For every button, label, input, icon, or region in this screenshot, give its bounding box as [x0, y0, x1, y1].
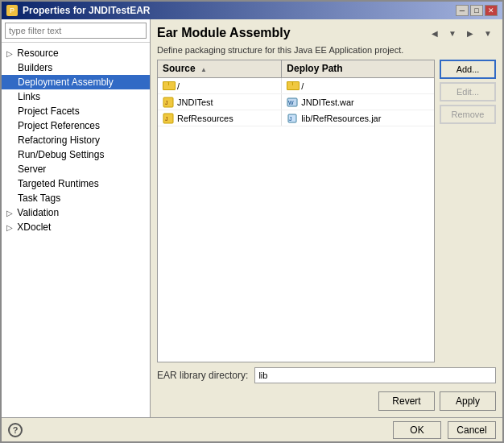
- tree-item-links[interactable]: Links: [2, 89, 150, 104]
- svg-text:J: J: [165, 116, 168, 122]
- expand-resource-icon: ▷: [5, 49, 14, 58]
- cell-source-2: J JNDITest: [158, 94, 282, 110]
- window-controls: ─ □ ✕: [456, 5, 498, 16]
- tree-item-targeted-runtimes[interactable]: Targeted Runtimes: [2, 176, 150, 191]
- tree-item-task-tags[interactable]: Task Tags: [2, 191, 150, 205]
- revert-button[interactable]: Revert: [378, 391, 435, 411]
- svg-text:J: J: [165, 100, 168, 106]
- tree-item-run-debug-settings[interactable]: Run/Debug Settings: [2, 147, 150, 162]
- tree-item-deployment-assembly[interactable]: Deployment Assembly: [2, 75, 150, 89]
- cell-deploy-2: W JNDITest.war: [282, 94, 434, 110]
- panel-description: Define packaging structure for this Java…: [157, 45, 496, 55]
- apply-button[interactable]: Apply: [440, 391, 496, 411]
- left-panel: ▷ Resource Builders Deployment Assembly …: [2, 19, 151, 417]
- title-bar-left: P Properties for JNDITestEAR: [6, 5, 150, 16]
- footer-bar: ? OK Cancel: [2, 417, 502, 441]
- filter-input[interactable]: [5, 23, 147, 39]
- close-button[interactable]: ✕: [485, 5, 498, 16]
- table-action-buttons: Add... Edit... Remove: [440, 60, 496, 362]
- tree-item-project-facets[interactable]: Project Facets: [2, 104, 150, 118]
- war-icon: W: [287, 97, 298, 108]
- tree-item-resource[interactable]: ▷ Resource: [2, 46, 150, 60]
- jar-icon: J: [287, 113, 298, 124]
- properties-dialog: P Properties for JNDITestEAR ─ □ ✕ ▷ Res…: [0, 0, 504, 443]
- ok-button[interactable]: OK: [393, 421, 441, 439]
- project-icon: J: [163, 113, 174, 124]
- title-bar: P Properties for JNDITestEAR ─ □ ✕: [2, 2, 502, 19]
- ear-library-input[interactable]: [254, 367, 496, 383]
- tree-item-validation[interactable]: ▷ Validation: [2, 205, 150, 220]
- nav-dropdown-button[interactable]: ▼: [444, 26, 461, 40]
- help-button[interactable]: ?: [8, 423, 23, 437]
- expand-xdoclet-icon: ▷: [5, 223, 14, 232]
- table-body: / / J: [158, 78, 434, 362]
- revert-apply-bar: Revert Apply: [157, 388, 496, 411]
- nav-buttons: ◀ ▼ ▶ ▼: [427, 26, 496, 40]
- panel-title: Ear Module Assembly: [157, 26, 291, 40]
- nav-forward-dropdown-button[interactable]: ▼: [480, 26, 496, 40]
- panel-header: Ear Module Assembly ◀ ▼ ▶ ▼: [157, 26, 496, 40]
- window-icon: P: [6, 5, 18, 16]
- remove-button[interactable]: Remove: [440, 105, 496, 124]
- tree-item-refactoring-history[interactable]: Refactoring History: [2, 133, 150, 147]
- folder-icon: [163, 81, 174, 90]
- cell-deploy-1: /: [282, 78, 434, 93]
- ear-library-label: EAR library directory:: [157, 370, 248, 381]
- svg-text:J: J: [289, 116, 292, 122]
- column-deploy-header: Deploy Path: [282, 60, 434, 77]
- sort-indicator: ▲: [200, 66, 207, 73]
- tree-item-server[interactable]: Server: [2, 162, 150, 176]
- edit-button[interactable]: Edit...: [440, 82, 496, 101]
- svg-text:W: W: [288, 100, 294, 106]
- maximize-button[interactable]: □: [470, 5, 483, 16]
- window-title: Properties for JNDITestEAR: [23, 5, 150, 16]
- tree-view: ▷ Resource Builders Deployment Assembly …: [2, 43, 150, 417]
- add-button[interactable]: Add...: [440, 60, 496, 79]
- filter-box: [2, 19, 150, 43]
- cell-deploy-3: J lib/RefResources.jar: [282, 110, 434, 126]
- tree-item-xdoclet[interactable]: ▷ XDoclet: [2, 220, 150, 234]
- minimize-button[interactable]: ─: [456, 5, 469, 16]
- nav-back-button[interactable]: ◀: [427, 26, 443, 40]
- right-panel: Ear Module Assembly ◀ ▼ ▶ ▼ Define packa…: [151, 19, 502, 417]
- nav-forward-button[interactable]: ▶: [462, 26, 478, 40]
- column-source-header: Source ▲: [158, 60, 282, 77]
- assembly-table: Source ▲ Deploy Path /: [157, 60, 435, 362]
- cell-source-3: J RefResources: [158, 110, 282, 126]
- expand-validation-icon: ▷: [5, 209, 14, 217]
- main-content: ▷ Resource Builders Deployment Assembly …: [2, 19, 502, 417]
- ear-library-row: EAR library directory:: [157, 367, 496, 383]
- table-header: Source ▲ Deploy Path: [158, 60, 434, 78]
- table-row[interactable]: J JNDITest W JNDITest.war: [158, 94, 434, 110]
- cancel-button[interactable]: Cancel: [448, 421, 496, 439]
- table-row[interactable]: / /: [158, 78, 434, 94]
- tree-item-project-references[interactable]: Project References: [2, 118, 150, 133]
- cell-source-1: /: [158, 78, 282, 93]
- folder-icon: [287, 81, 298, 90]
- table-row[interactable]: J RefResources J lib/RefResources.jar: [158, 110, 434, 126]
- project-icon: J: [163, 97, 174, 108]
- tree-item-builders[interactable]: Builders: [2, 60, 150, 75]
- table-section: Source ▲ Deploy Path /: [157, 60, 496, 362]
